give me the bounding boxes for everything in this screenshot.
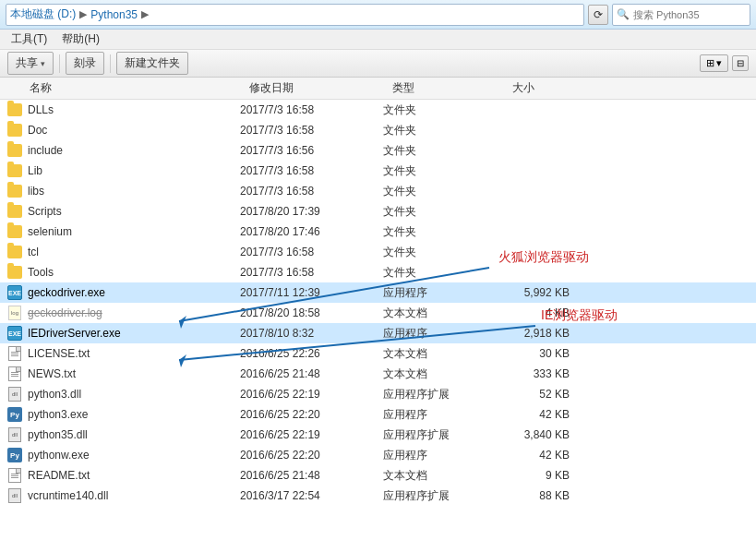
search-icon: 🔍 — [617, 8, 630, 20]
table-row[interactable]: selenium2017/8/20 17:46文件夹 — [0, 222, 756, 242]
file-icon — [7, 346, 22, 361]
file-date: 2017/7/3 16:56 — [240, 144, 383, 157]
file-type: 文件夹 — [383, 102, 503, 118]
file-name: geckodriver.exe — [28, 286, 240, 299]
file-name: Tools — [28, 266, 240, 279]
file-name: DLLs — [28, 103, 240, 116]
file-name: pythonw.exe — [28, 449, 240, 462]
file-type: 应用程序扩展 — [383, 488, 503, 504]
file-size: 88 KB — [503, 489, 577, 502]
file-size: 42 KB — [503, 408, 577, 421]
table-row[interactable]: dllpython3.dll2016/6/25 22:19应用程序扩展52 KB — [0, 384, 756, 404]
toolbar: 共享 ▾ 刻录 新建文件夹 ⊞ ▾ ⊟ — [0, 50, 756, 78]
table-row[interactable]: Lib2017/7/3 16:58文件夹 — [0, 161, 756, 181]
breadcrumb[interactable]: 本地磁盘 (D:) ▶ Python35 ▶ — [6, 4, 584, 26]
breadcrumb-folder[interactable]: Python35 — [90, 8, 138, 21]
new-folder-label: 新建文件夹 — [125, 55, 180, 71]
file-icon: dll — [7, 427, 22, 442]
table-row[interactable]: LICENSE.txt2016/6/25 22:26文本文档30 KB — [0, 343, 756, 364]
view-button[interactable]: ⊞ ▾ — [700, 54, 728, 72]
file-icon: EXE — [7, 285, 22, 300]
file-icon — [7, 163, 22, 178]
file-icon — [7, 245, 22, 259]
col-header-name[interactable]: 名称 — [0, 80, 249, 96]
refresh-button[interactable]: ⟳ — [588, 5, 608, 25]
file-name: selenium — [28, 225, 240, 238]
file-icon — [7, 123, 22, 138]
table-row[interactable]: EXEIEDriverServer.exe2017/8/10 8:32应用程序2… — [0, 323, 756, 343]
file-icon — [7, 224, 22, 239]
file-name: IEDriverServer.exe — [28, 327, 240, 340]
file-date: 2017/8/20 17:46 — [240, 225, 383, 238]
file-type: 应用程序 — [383, 285, 503, 301]
table-row[interactable]: Pypythonw.exe2016/6/25 22:20应用程序42 KB — [0, 445, 756, 465]
table-row[interactable]: loggeckodriver.log2017/8/20 18:58文本文档4 K… — [0, 303, 756, 323]
file-icon: Py — [7, 407, 22, 422]
file-type: 应用程序扩展 — [383, 427, 503, 443]
view-split-button[interactable]: ⊟ — [732, 55, 749, 71]
file-name: python3.exe — [28, 408, 240, 421]
file-type: 文本文档 — [383, 306, 503, 321]
ie-label: IE浏览器驱动 — [541, 307, 618, 324]
file-name: python3.dll — [28, 388, 240, 401]
file-date: 2016/6/25 22:20 — [240, 449, 383, 462]
table-row[interactable]: include2017/7/3 16:56文件夹 — [0, 140, 756, 161]
breadcrumb-drive[interactable]: 本地磁盘 (D:) — [10, 6, 76, 22]
file-name: LICENSE.txt — [28, 347, 240, 360]
content-area: 名称 修改日期 类型 大小 DLLs2017/7/3 16:58文件夹Doc20… — [0, 78, 756, 540]
menu-help[interactable]: 帮助(H) — [58, 30, 103, 48]
file-type: 文件夹 — [383, 163, 503, 179]
file-name: tcl — [28, 246, 240, 258]
table-row[interactable]: libs2017/7/3 16:58文件夹 — [0, 181, 756, 201]
file-size: 30 KB — [503, 347, 577, 360]
table-row[interactable]: README.txt2016/6/25 21:48文本文档9 KB — [0, 465, 756, 486]
table-row[interactable]: Tools2017/7/3 16:58文件夹 — [0, 262, 756, 282]
firefox-label: 火狐浏览器驱动 — [498, 249, 589, 266]
table-row[interactable]: Pypython3.exe2016/6/25 22:20应用程序42 KB — [0, 404, 756, 425]
table-row[interactable]: DLLs2017/7/3 16:58文件夹 — [0, 100, 756, 120]
table-row[interactable]: dllpython35.dll2016/6/25 22:19应用程序扩展3,84… — [0, 425, 756, 445]
search-box[interactable]: 🔍 — [612, 4, 750, 26]
menu-bar: 工具(T) 帮助(H) — [0, 30, 756, 50]
share-button[interactable]: 共享 ▾ — [7, 52, 54, 75]
file-list: DLLs2017/7/3 16:58文件夹Doc2017/7/3 16:58文件… — [0, 100, 756, 540]
file-size: 9 KB — [503, 469, 577, 482]
table-row[interactable]: EXEgeckodriver.exe2017/7/11 12:39应用程序5,9… — [0, 282, 756, 303]
file-icon — [7, 204, 22, 219]
table-row[interactable]: Doc2017/7/3 16:58文件夹 — [0, 120, 756, 140]
file-date: 2016/6/25 22:20 — [240, 408, 383, 421]
table-row[interactable]: tcl2017/7/3 16:58文件夹 — [0, 242, 756, 262]
table-row[interactable]: NEWS.txt2016/6/25 21:48文本文档333 KB — [0, 364, 756, 384]
file-type: 文件夹 — [383, 143, 503, 159]
file-icon — [7, 184, 22, 198]
file-date: 2017/8/20 18:58 — [240, 306, 383, 319]
file-date: 2016/6/25 22:26 — [240, 347, 383, 360]
table-row[interactable]: Scripts2017/8/20 17:39文件夹 — [0, 201, 756, 222]
burn-button[interactable]: 刻录 — [66, 52, 104, 75]
file-size: 2,918 KB — [503, 327, 577, 340]
file-date: 2016/3/17 22:54 — [240, 489, 383, 502]
file-date: 2016/6/25 22:19 — [240, 428, 383, 441]
file-name: libs — [28, 185, 240, 198]
file-type: 应用程序扩展 — [383, 387, 503, 402]
breadcrumb-sep2: ▶ — [141, 8, 149, 20]
share-arrow: ▾ — [41, 59, 45, 68]
col-header-type[interactable]: 类型 — [392, 80, 512, 96]
file-name: Lib — [28, 164, 240, 177]
burn-label: 刻录 — [74, 55, 96, 71]
menu-tools[interactable]: 工具(T) — [7, 30, 51, 48]
file-name: python35.dll — [28, 428, 240, 441]
file-name: vcruntime140.dll — [28, 489, 240, 502]
file-icon: EXE — [7, 326, 22, 341]
file-date: 2016/6/25 22:19 — [240, 388, 383, 401]
col-header-date[interactable]: 修改日期 — [249, 80, 392, 96]
new-folder-button[interactable]: 新建文件夹 — [116, 52, 188, 75]
search-input[interactable] — [633, 9, 726, 20]
file-date: 2017/8/10 8:32 — [240, 327, 383, 340]
col-header-size[interactable]: 大小 — [512, 80, 586, 96]
file-type: 文件夹 — [383, 123, 503, 138]
file-type: 文本文档 — [383, 468, 503, 484]
file-name: include — [28, 144, 240, 157]
table-row[interactable]: dllvcruntime140.dll2016/3/17 22:54应用程序扩展… — [0, 486, 756, 506]
file-type: 文件夹 — [383, 204, 503, 220]
